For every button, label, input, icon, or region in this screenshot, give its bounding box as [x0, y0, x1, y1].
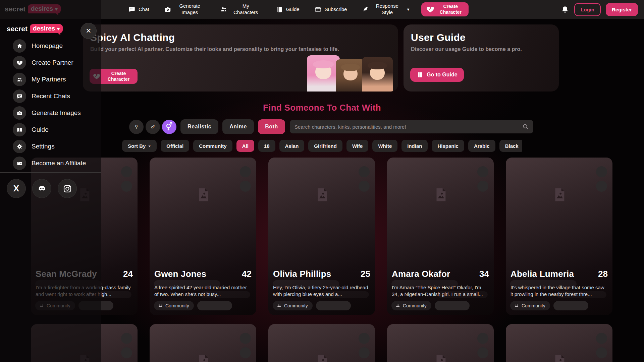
- people-icon: [395, 303, 400, 308]
- drawer-brand-logo[interactable]: secret desires♥: [7, 24, 63, 33]
- x-twitter-button[interactable]: X: [7, 179, 26, 198]
- broken-image-icon: [551, 354, 567, 362]
- quill-icon: [362, 6, 369, 13]
- people-icon: [277, 303, 282, 308]
- tag-all[interactable]: All: [236, 140, 254, 152]
- home-icon: [13, 39, 26, 53]
- card-action-circle-1[interactable]: [240, 166, 251, 177]
- tag-black[interactable]: Black: [499, 140, 522, 152]
- tag-wife[interactable]: Wife: [346, 140, 369, 152]
- sidebar-item-my-partners[interactable]: My Partners: [13, 71, 86, 88]
- card-action-circle-1[interactable]: [596, 166, 607, 177]
- notifications-bell-button[interactable]: [561, 5, 569, 14]
- card-action-circle-2[interactable]: [596, 181, 607, 192]
- card-action-circle-1[interactable]: [240, 333, 251, 344]
- character-description: A free spirited 42 year old married moth…: [154, 284, 251, 298]
- nav-item-subscribe[interactable]: Subscribe: [314, 6, 347, 13]
- hero-subtitle: Build your perfect AI partner. Customize…: [90, 46, 398, 52]
- nav-item-my-characters[interactable]: My Characters: [220, 3, 261, 16]
- card-action-circle-1[interactable]: [477, 333, 488, 344]
- page: secret desires♥ Chat Generate Images: [0, 0, 644, 362]
- users-icon: [220, 6, 227, 13]
- search-input[interactable]: [290, 120, 533, 133]
- drawer-socials: X: [7, 179, 77, 198]
- create-character-button[interactable]: Create Character: [421, 2, 469, 16]
- gender-male-button[interactable]: ♂: [146, 120, 160, 134]
- nav-item-response-style[interactable]: Response Style ▼: [362, 3, 410, 16]
- sidebar-item-create-partner[interactable]: Create Partner: [13, 54, 86, 71]
- character-card-abelia-lumeria[interactable]: Abelia Lumeria 28 It's whispered in the …: [506, 158, 612, 315]
- character-card-loading[interactable]: [268, 324, 375, 362]
- card-action-circle-1[interactable]: [359, 166, 370, 177]
- discord-button[interactable]: [32, 179, 51, 198]
- heart-pen-icon: [426, 5, 434, 13]
- character-age: 34: [479, 269, 489, 279]
- nav-label: Subscribe: [325, 6, 347, 13]
- nav-item-chat[interactable]: Chat: [128, 6, 149, 13]
- blurred-tag-pill: [553, 301, 588, 310]
- search-icon[interactable]: [522, 123, 529, 132]
- gender-both-button[interactable]: ⚥: [162, 120, 176, 134]
- card-action-circle-2[interactable]: [359, 181, 370, 192]
- nav-item-guide[interactable]: Guide: [276, 6, 300, 13]
- nav-label: My Characters: [230, 3, 261, 16]
- sidebar-item-settings[interactable]: Settings: [13, 138, 86, 155]
- sidebar-item-become-an-affiliate[interactable]: Become an Affiliate: [13, 155, 86, 172]
- card-action-circle-1[interactable]: [596, 333, 607, 344]
- go-to-guide-button[interactable]: Go to Guide: [410, 68, 464, 82]
- card-action-circle-2[interactable]: [596, 347, 607, 358]
- community-badge: Community: [273, 301, 313, 310]
- character-description: Hey, I'm Olivia, a fiery 25-year-old red…: [273, 284, 370, 298]
- tag-community[interactable]: Community: [193, 140, 232, 152]
- character-card-gwen-jones[interactable]: Gwen Jones 42 A free spirited 42 year ol…: [150, 158, 256, 315]
- sidebar-item-generate-images[interactable]: Generate Images: [13, 105, 86, 121]
- chat-bubble-icon: [128, 6, 136, 13]
- card-action-circle-2[interactable]: [477, 347, 488, 358]
- style-both-button[interactable]: Both: [258, 119, 285, 134]
- guide-banner-subtitle: Discover our usage Guide to become a pro…: [411, 46, 559, 52]
- tag-official[interactable]: Official: [161, 140, 189, 152]
- sidebar-item-homepage[interactable]: Homepage: [13, 38, 86, 54]
- card-action-circle-2[interactable]: [121, 347, 132, 358]
- tag-hispanic[interactable]: Hispanic: [432, 140, 464, 152]
- tag-arabic[interactable]: Arabic: [468, 140, 495, 152]
- card-action-circle-1[interactable]: [121, 333, 132, 344]
- tag-18[interactable]: 18: [258, 140, 275, 152]
- card-action-circle-1[interactable]: [121, 166, 132, 177]
- broken-image-icon: [314, 354, 329, 362]
- close-icon: ✕: [86, 27, 92, 35]
- style-anime-button[interactable]: Anime: [222, 119, 254, 134]
- card-action-circle-2[interactable]: [240, 347, 251, 358]
- character-description: It's whispered in the village that some …: [511, 284, 607, 298]
- character-card-olivia-phillips[interactable]: Olivia Phillips 25 Hey, I'm Olivia, a fi…: [268, 158, 375, 315]
- card-action-circle-2[interactable]: [477, 181, 488, 192]
- instagram-button[interactable]: [58, 179, 77, 198]
- tag-girlfriend[interactable]: Girlfriend: [308, 140, 342, 152]
- tag-white[interactable]: White: [372, 140, 397, 152]
- card-action-circle-2[interactable]: [359, 347, 370, 358]
- nav-item-generate-images[interactable]: Generate Images: [164, 3, 205, 16]
- character-card-loading[interactable]: [150, 324, 256, 362]
- card-action-circle-1[interactable]: [477, 166, 488, 177]
- blurred-tag-pill: [197, 301, 232, 310]
- character-card-loading[interactable]: [506, 324, 612, 362]
- tag-asian[interactable]: Asian: [279, 140, 305, 152]
- sidebar-item-recent-chats[interactable]: Recent Chats: [13, 88, 86, 105]
- close-drawer-button[interactable]: ✕: [80, 23, 97, 39]
- search-box: [290, 120, 533, 133]
- card-badge-row: Community: [510, 301, 588, 310]
- card-action-circle-1[interactable]: [359, 333, 370, 344]
- tag-indian[interactable]: Indian: [401, 140, 428, 152]
- card-action-circle-2[interactable]: [240, 181, 251, 192]
- sort-by-dropdown[interactable]: Sort By∨: [122, 140, 157, 152]
- register-button[interactable]: Register: [606, 3, 638, 16]
- character-card-amara-okafor[interactable]: Amara Okafor 34 I'm Amara "The Spice Hea…: [387, 158, 494, 315]
- card-action-circle-2[interactable]: [121, 181, 132, 192]
- hero-banner: Spicy AI Chatting Build your perfect AI …: [83, 24, 398, 92]
- community-badge: Community: [510, 301, 550, 310]
- style-realistic-button[interactable]: Realistic: [180, 119, 218, 134]
- login-button[interactable]: Login: [574, 3, 601, 16]
- character-card-loading[interactable]: [387, 324, 494, 362]
- gender-female-button[interactable]: ♀: [129, 120, 144, 134]
- sidebar-item-guide[interactable]: Guide: [13, 121, 86, 138]
